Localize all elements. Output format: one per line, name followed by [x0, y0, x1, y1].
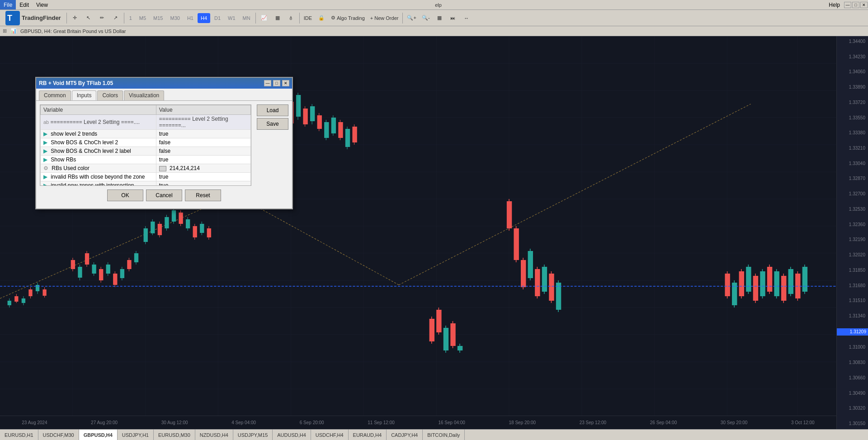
tab-euraud-h4[interactable]: EURAUD,H4 — [349, 430, 387, 440]
tab-usdjpy-m15[interactable]: USDJPY,M15 — [233, 430, 273, 440]
svg-rect-85 — [296, 95, 301, 117]
load-button[interactable]: Load — [257, 104, 288, 116]
svg-rect-61 — [134, 253, 138, 262]
price-1.32870: 1.32870 — [837, 175, 868, 182]
params-table: Variable Value ab ========== Level 2 Set… — [40, 105, 251, 186]
svg-rect-63 — [144, 228, 148, 242]
grid-btn[interactable]: ▦ — [433, 12, 446, 24]
menu-file[interactable]: File — [0, 0, 16, 9]
time-6sep: 6 Sep 20:00 — [300, 420, 324, 425]
price-1.32700: 1.32700 — [837, 191, 868, 197]
color-swatch[interactable] — [159, 166, 166, 171]
new-order-label: New Order — [374, 15, 398, 21]
algo-trading-btn[interactable]: ⚙ Algo Trading — [329, 12, 367, 24]
row3-value[interactable]: false — [156, 147, 250, 156]
price-1.30490: 1.30490 — [837, 390, 868, 397]
ok-button[interactable]: OK — [107, 189, 143, 201]
tab-gbpusd-h4[interactable]: GBPUSD,H4 — [79, 430, 118, 440]
chart-type-btn[interactable]: 📈 — [258, 12, 270, 24]
row7-value[interactable]: true — [156, 181, 250, 186]
tab-eurusd-m30[interactable]: EURUSD,M30 — [154, 430, 195, 440]
pencil-btn[interactable]: ✏ — [96, 12, 108, 24]
row2-value[interactable]: false — [156, 138, 250, 147]
row5-value[interactable]: 214,214,214 — [156, 164, 250, 173]
tf-d1[interactable]: D1 — [211, 13, 224, 23]
crosshair-btn[interactable]: ✛ — [69, 12, 81, 24]
tf-w1[interactable]: W1 — [225, 13, 239, 23]
lock-btn[interactable]: 🔒 — [315, 12, 328, 24]
params-scroll-container[interactable]: Variable Value ab ========== Level 2 Set… — [40, 104, 251, 186]
tab-nzdusd-h4[interactable]: NZDUSD,H4 — [195, 430, 233, 440]
tf-1[interactable]: 1 — [126, 13, 135, 23]
cursor-btn[interactable]: ↖ — [82, 12, 95, 24]
zoom-out-btn[interactable]: 🔍- — [420, 12, 432, 24]
bar-type-btn[interactable]: ▦ — [271, 12, 284, 24]
row4-value[interactable]: true — [156, 156, 250, 164]
price-1.32530: 1.32530 — [837, 206, 868, 213]
window-controls: — □ ✕ — [844, 2, 868, 8]
tab-bitcoin-daily[interactable]: BITCOIN,Daily — [423, 430, 465, 440]
tab-usdjpy-h1[interactable]: USDJPY,H1 — [118, 430, 154, 440]
time-axis: 23 Aug 2024 27 Aug 20:00 30 Aug 12:00 4 … — [0, 416, 836, 429]
save-button[interactable]: Save — [257, 118, 288, 130]
cancel-button[interactable]: Cancel — [146, 189, 182, 201]
tab-cadjpy-h4[interactable]: CADJPY,H4 — [387, 430, 423, 440]
new-order-btn[interactable]: + New Order — [368, 12, 401, 24]
tf-m5[interactable]: M5 — [136, 13, 149, 23]
time-23sep: 23 Sep 12:00 — [580, 420, 607, 425]
chart-area[interactable]: 1.34400 1.34230 1.34060 1.33890 1.33720 … — [0, 36, 868, 429]
svg-rect-47 — [85, 253, 89, 265]
svg-rect-115 — [514, 228, 519, 260]
dialog-close[interactable]: ✕ — [282, 80, 289, 86]
svg-rect-79 — [200, 224, 204, 233]
tf-m15[interactable]: M15 — [150, 13, 166, 23]
reset-button[interactable]: Reset — [185, 189, 221, 201]
price-1.34230: 1.34230 — [837, 54, 868, 60]
candle-type-btn[interactable]: 🕯 — [285, 12, 297, 24]
svg-rect-65 — [151, 222, 155, 233]
svg-rect-59 — [127, 260, 131, 269]
tf-h4[interactable]: H4 — [198, 13, 210, 23]
svg-rect-139 — [760, 271, 765, 296]
ide-btn[interactable]: IDE — [302, 12, 314, 24]
svg-rect-49 — [92, 265, 96, 274]
svg-rect-119 — [528, 251, 533, 278]
svg-rect-37 — [28, 289, 32, 296]
bottom-buttons: OK Cancel Reset — [40, 186, 288, 205]
price-1.30150: 1.30150 — [837, 421, 868, 427]
tab-common[interactable]: Common — [39, 90, 71, 100]
maximize-button[interactable]: □ — [852, 2, 859, 8]
auto-scroll-btn[interactable]: ⏭ — [447, 12, 459, 24]
zoom-in-btn[interactable]: 🔍+ — [405, 12, 418, 24]
svg-rect-123 — [542, 267, 547, 292]
row6-value[interactable]: true — [156, 173, 250, 181]
tab-visualization[interactable]: Visualization — [124, 90, 164, 100]
bottom-tabs: EURUSD,H1 USDCHF,M30 GBPUSD,H4 USDJPY,H1… — [0, 429, 868, 440]
tf-mn[interactable]: MN — [240, 13, 254, 23]
chart-shift-btn[interactable]: ↔ — [460, 12, 473, 24]
tf-m30[interactable]: M30 — [167, 13, 183, 23]
tab-usdchf-m30[interactable]: USDCHF,M30 — [38, 430, 79, 440]
separator4 — [299, 13, 300, 24]
time-4sep: 4 Sep 04:00 — [231, 420, 256, 425]
line-btn[interactable]: ↗ — [109, 12, 122, 24]
table-and-buttons: Variable Value ab ========== Level 2 Set… — [40, 104, 288, 186]
table-header-row: Variable Value — [41, 105, 251, 115]
tab-eurusd-h1[interactable]: EURUSD,H1 — [0, 430, 38, 440]
row1-value[interactable]: true — [156, 130, 250, 138]
minimize-button[interactable]: — — [844, 2, 851, 8]
tab-audusd-h4[interactable]: AUDUSD,H4 — [273, 430, 311, 440]
menu-view[interactable]: View — [33, 0, 52, 9]
svg-rect-125 — [549, 274, 554, 301]
menu-help[interactable]: Help — [825, 0, 844, 9]
col-value: Value — [156, 105, 250, 115]
dialog-maximize[interactable]: □ — [273, 80, 280, 86]
tf-h1[interactable]: H1 — [184, 13, 197, 23]
tab-colors[interactable]: Colors — [97, 90, 123, 100]
row4-variable: ▶ Show RBs — [41, 156, 156, 164]
close-button[interactable]: ✕ — [860, 2, 868, 8]
tab-inputs[interactable]: Inputs — [72, 90, 97, 100]
tab-usdchf-h4[interactable]: USDCHF,H4 — [311, 430, 349, 440]
dialog-minimize[interactable]: — — [264, 80, 271, 86]
menu-edit[interactable]: Edit — [16, 0, 33, 9]
